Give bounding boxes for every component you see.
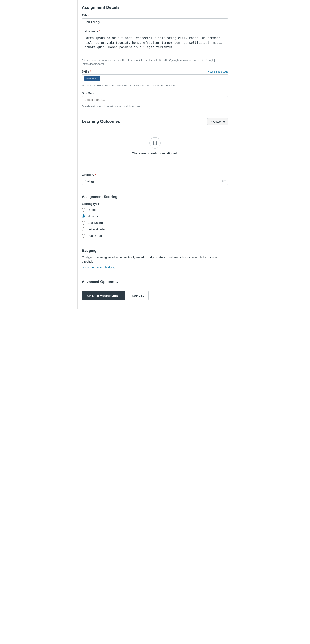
add-outcome-button[interactable]: + Outcome xyxy=(207,118,228,125)
skill-tag-close-icon[interactable]: × xyxy=(97,77,99,80)
scoring-option-numeric[interactable]: Numeric xyxy=(82,214,228,218)
skills-field-group: Skills* How is this used? research × *Sp… xyxy=(82,70,228,87)
category-select[interactable]: Biology Chemistry Physics Mathematics xyxy=(82,178,228,185)
assignment-scoring-title: Assignment Scoring xyxy=(82,195,228,199)
how-is-this-used-link[interactable]: How is this used? xyxy=(207,70,228,73)
scoring-option-letter-grade[interactable]: Letter Grade xyxy=(82,228,228,231)
scoring-radio-numeric[interactable] xyxy=(82,214,85,218)
scoring-radio-pass-fail[interactable] xyxy=(82,234,85,238)
advanced-options-title: Advanced Options xyxy=(82,280,114,284)
scoring-label-numeric: Numeric xyxy=(87,214,99,218)
title-required-star: * xyxy=(89,14,90,17)
scoring-radio-letter-grade[interactable] xyxy=(82,228,85,231)
cancel-button[interactable]: CANCEL xyxy=(128,291,149,300)
advanced-options-section[interactable]: Advanced Options ⌄ xyxy=(82,280,228,284)
scoring-option-rubric[interactable]: Rubric xyxy=(82,208,228,212)
badging-title: Badging xyxy=(82,248,228,253)
bookmark-icon-circle xyxy=(149,137,161,149)
divider-1 xyxy=(82,113,228,113)
scoring-label-star-rating: Star Rating xyxy=(87,221,103,224)
scoring-type-radio-group: Rubric Numeric Star Rating Letter Grade … xyxy=(82,208,228,238)
badging-learn-more-link[interactable]: Learn more about badging xyxy=(82,266,115,269)
scoring-radio-star-rating[interactable] xyxy=(82,221,85,225)
bookmark-icon xyxy=(153,140,157,146)
title-label: Title* xyxy=(82,14,228,17)
assignment-scoring-section: Assignment Scoring Scoring type* Rubric … xyxy=(82,195,228,238)
divider-3 xyxy=(82,190,228,190)
skill-tag-label: research xyxy=(86,77,96,80)
no-outcomes-section: There are no outcomes aligned. xyxy=(82,129,228,163)
divider-2 xyxy=(82,168,228,168)
footer-buttons: CREATE ASSIGNMENT CANCEL xyxy=(82,291,228,300)
skills-required-star: * xyxy=(90,70,91,73)
category-required-star: * xyxy=(95,173,96,176)
scoring-type-label: Scoring type* xyxy=(82,202,228,206)
instructions-helper: Add as much information as you'd like. T… xyxy=(82,58,228,66)
page-title: Assignment Details xyxy=(82,5,228,10)
skills-label-row: Skills* How is this used? xyxy=(82,70,228,73)
skills-input-field[interactable]: research × xyxy=(82,74,228,82)
divider-4 xyxy=(82,242,228,243)
due-date-label: Due Date xyxy=(82,92,228,95)
scoring-radio-rubric[interactable] xyxy=(82,208,85,212)
no-outcomes-text: There are no outcomes aligned. xyxy=(132,152,178,155)
learning-outcomes-title: Learning Outcomes xyxy=(82,119,120,124)
scoring-option-star-rating[interactable]: Star Rating xyxy=(82,221,228,225)
learning-outcomes-header: Learning Outcomes + Outcome xyxy=(82,118,228,125)
due-date-field-group: Due Date Due date & time will be set in … xyxy=(82,92,228,108)
scoring-label-letter-grade: Letter Grade xyxy=(87,228,105,231)
skills-helper: *Special Tag Field: Separate by comma or… xyxy=(82,84,228,87)
scoring-label-rubric: Rubric xyxy=(87,208,96,212)
chevron-down-icon: ⌄ xyxy=(116,280,118,284)
instructions-input[interactable]: Lorem ipsum dolor sit amet, consectetur … xyxy=(82,34,228,56)
category-select-wrapper: Biology Chemistry Physics Mathematics xyxy=(82,178,228,185)
skills-label: Skills* xyxy=(82,70,91,73)
instructions-required-star: * xyxy=(99,30,100,33)
due-date-helper: Due date & time will be set in your loca… xyxy=(82,104,228,108)
due-date-input[interactable] xyxy=(82,96,228,103)
instructions-field-group: Instructions* Lorem ipsum dolor sit amet… xyxy=(82,30,228,66)
badging-section: Badging Configure this assignment to aut… xyxy=(82,248,228,269)
scoring-type-required-star: * xyxy=(100,202,101,206)
title-input[interactable] xyxy=(82,18,228,26)
divider-5 xyxy=(82,274,228,274)
category-field-group: Category* Biology Chemistry Physics Math… xyxy=(82,173,228,185)
skill-tag-research: research × xyxy=(84,76,101,81)
instructions-label: Instructions* xyxy=(82,30,228,33)
scoring-label-pass-fail: Pass / Fail xyxy=(87,234,102,238)
category-label: Category* xyxy=(82,173,228,176)
scoring-option-pass-fail[interactable]: Pass / Fail xyxy=(82,234,228,238)
badging-description: Configure this assignment to automatical… xyxy=(82,255,228,264)
title-field-group: Title* xyxy=(82,14,228,26)
create-assignment-button[interactable]: CREATE ASSIGNMENT xyxy=(82,291,125,300)
